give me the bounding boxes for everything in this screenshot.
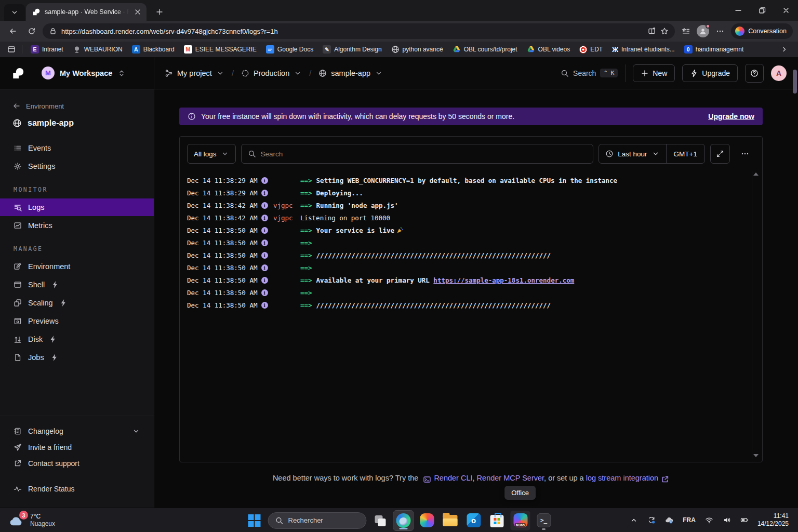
sidebar-item-changelog[interactable]: Changelog [0, 423, 154, 439]
sidebar-item-logs[interactable]: Logs [0, 198, 154, 216]
browser-menu-button[interactable] [712, 23, 728, 39]
m365-button[interactable]: M365 [511, 511, 530, 530]
sidebar-item-render-status[interactable]: Render Status [0, 481, 154, 497]
log-row[interactable]: Dec 14 11:38:50 AMi==>//////////////////… [180, 299, 762, 311]
bookmark-item[interactable]: ✎Algorithm Design [318, 44, 385, 55]
bookmark-item[interactable]: python avancé [387, 44, 447, 55]
log-url-link[interactable]: https://sample-app-18s1.onrender.com [433, 276, 574, 284]
sync-icon[interactable] [644, 511, 659, 529]
sidebar-item-previews[interactable]: Previews [0, 312, 154, 330]
sidebar-item-settings[interactable]: Settings [0, 157, 154, 175]
taskbar-search[interactable]: Rechercher [268, 512, 367, 529]
upgrade-now-link[interactable]: Upgrade now [708, 112, 754, 121]
render-mcp-link[interactable]: Render MCP Server [477, 474, 544, 482]
sidebar-item-environment[interactable]: Environment [0, 258, 154, 275]
new-button[interactable]: New [633, 64, 675, 82]
favorite-star-icon[interactable] [660, 27, 669, 35]
weather-widget[interactable]: 3 7°C Nuageux [5, 512, 55, 528]
copilot-button[interactable]: Conversation [731, 23, 793, 39]
taskbar-clock[interactable]: 11:41 14/12/2025 [754, 512, 793, 528]
bookmark-item[interactable]: WEBAURION [69, 44, 127, 55]
log-row[interactable]: Dec 14 11:38:50 AMi==>//////////////////… [180, 249, 762, 261]
tab-search-button[interactable] [4, 4, 25, 21]
tab-close-icon[interactable] [133, 7, 142, 17]
page-scrollbar-thumb[interactable] [793, 70, 797, 94]
minimize-button[interactable] [726, 0, 750, 21]
terminal-button[interactable]: >_ [534, 511, 554, 530]
logs-scrollbar[interactable] [752, 171, 760, 459]
log-row[interactable]: Dec 14 11:38:42 AMivjgpc==>Running 'node… [180, 199, 762, 211]
sidebar-item-shell[interactable]: Shell [0, 276, 154, 294]
bookmarks-overflow-button[interactable] [776, 45, 793, 54]
logs-menu-button[interactable] [735, 144, 755, 164]
log-row[interactable]: Dec 14 11:38:50 AMi==> [180, 236, 762, 249]
bookmark-item[interactable]: ABlackboard [128, 44, 179, 55]
file-explorer-button[interactable] [441, 511, 460, 530]
log-row[interactable]: Dec 14 11:38:29 AMi==>Deploying... [180, 187, 762, 199]
address-bar[interactable]: https://dashboard.render.com/web/srv-d4v… [43, 23, 675, 39]
sidebar-item-disk[interactable]: Disk [0, 330, 154, 348]
sidebar-item-invite-a-friend[interactable]: Invite a friend [0, 440, 154, 455]
split-screen-icon[interactable] [648, 27, 656, 35]
breadcrumb-item[interactable]: sample-app [318, 69, 383, 77]
sidebar-back-link[interactable]: Environment [0, 99, 154, 113]
language-indicator[interactable]: FRA [679, 511, 699, 529]
bookmark-item[interactable]: MESIEE MESSAGERIE [180, 44, 261, 55]
edge-taskbar-button[interactable] [394, 511, 414, 530]
bookmark-item[interactable]: Google Docs [262, 44, 317, 55]
bookmark-item[interactable]: 0handimanagemnt [680, 44, 748, 55]
bookmark-item[interactable]: EDT [575, 44, 607, 55]
scroll-down-icon[interactable] [753, 454, 759, 457]
user-avatar[interactable]: A [771, 65, 787, 81]
time-range-dropdown[interactable]: Last hour [599, 150, 666, 158]
bookmark-item[interactable]: OBL cours/td/projet [448, 44, 522, 55]
log-row[interactable]: Dec 14 11:38:50 AMi==>Your service is li… [180, 224, 762, 236]
log-stream-link[interactable]: log stream integration [586, 474, 658, 482]
sidebar-item-jobs[interactable]: Jobs [0, 349, 154, 366]
breadcrumb-item[interactable]: Production [241, 69, 302, 77]
log-row[interactable]: Dec 14 11:38:50 AMi==> [180, 261, 762, 274]
upgrade-button[interactable]: Upgrade [682, 64, 738, 82]
wifi-icon[interactable] [701, 511, 717, 529]
volume-icon[interactable] [719, 511, 735, 529]
help-button[interactable] [745, 64, 764, 83]
sidebar-item-scaling[interactable]: Scaling [0, 294, 154, 312]
battery-icon[interactable] [737, 511, 752, 529]
tray-expand-button[interactable] [626, 511, 642, 529]
render-logo-icon[interactable] [11, 66, 25, 80]
browser-tab[interactable]: sample-app · Web Service · Rende [26, 3, 147, 21]
bookmark-item[interactable]: OBL videos [523, 44, 575, 55]
bookmark-item[interactable]: ЖIntranet étudiants... [608, 44, 679, 55]
back-button[interactable] [5, 23, 21, 39]
log-row[interactable]: Dec 14 11:38:42 AMivjgpcListening on por… [180, 211, 762, 224]
sidebar-panel-icon[interactable] [5, 43, 18, 56]
render-cli-link[interactable]: Render CLI [434, 474, 472, 482]
bookmark-item[interactable]: EIntranet [26, 44, 68, 55]
refresh-button[interactable] [24, 23, 39, 39]
global-search-button[interactable]: Search ^ K [561, 69, 618, 77]
sidebar-item-events[interactable]: Events [0, 139, 154, 157]
log-row[interactable]: Dec 14 11:38:29 AMi==>Setting WEB_CONCUR… [180, 174, 762, 187]
new-tab-button[interactable] [152, 4, 167, 20]
favorites-bar-icon[interactable] [678, 23, 694, 39]
onedrive-icon[interactable] [661, 511, 677, 529]
restore-button[interactable] [750, 0, 774, 21]
microsoft-store-button[interactable] [487, 511, 507, 530]
sidebar-item-metrics[interactable]: Metrics [0, 217, 154, 234]
expand-logs-button[interactable] [710, 144, 730, 164]
close-button[interactable] [774, 0, 798, 21]
task-view-button[interactable] [370, 511, 390, 530]
log-row[interactable]: Dec 14 11:38:50 AMi==> [180, 286, 762, 299]
workspace-picker[interactable]: M My Workspace [0, 57, 154, 89]
log-filter-dropdown[interactable]: All logs [187, 144, 236, 164]
breadcrumb-item[interactable]: My project [165, 69, 224, 77]
browser-profile-avatar[interactable] [697, 25, 709, 37]
sidebar-item-contact-support[interactable]: Contact support [0, 456, 154, 471]
start-button[interactable] [245, 511, 264, 530]
copilot-taskbar-button[interactable] [417, 511, 437, 530]
timezone-button[interactable]: GMT+1 [667, 150, 704, 158]
logs-search-input[interactable] [261, 150, 587, 158]
scroll-up-icon[interactable] [753, 172, 759, 176]
log-row[interactable]: Dec 14 11:38:50 AMi==>Available at your … [180, 274, 762, 286]
outlook-button[interactable]: o [464, 511, 484, 530]
